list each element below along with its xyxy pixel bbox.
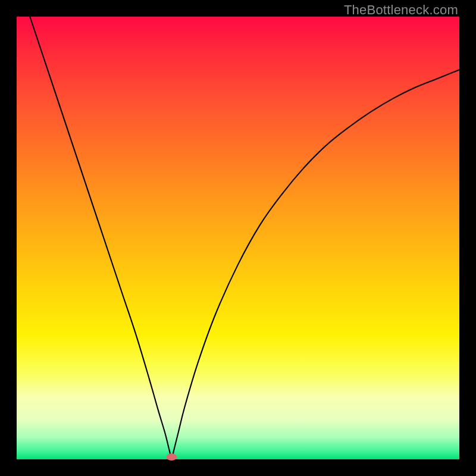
watermark-label: TheBottleneck.com xyxy=(344,2,458,18)
curve-path xyxy=(30,17,459,459)
plot-area xyxy=(17,17,459,459)
minimum-marker xyxy=(166,453,177,461)
curve-svg xyxy=(17,17,459,459)
